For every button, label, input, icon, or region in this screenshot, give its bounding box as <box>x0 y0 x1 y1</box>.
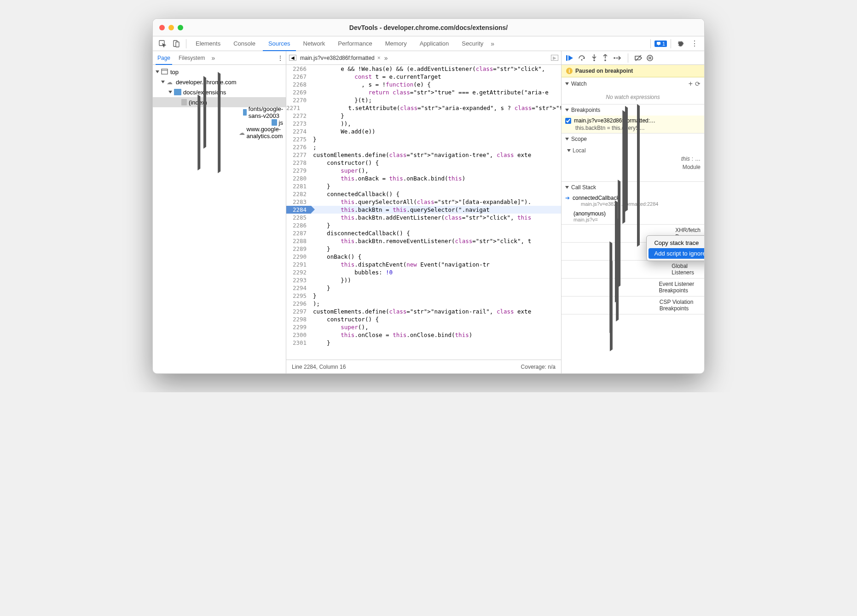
code-line[interactable]: 2287 disconnectedCallback() { <box>286 229 561 237</box>
breakpoints-section-header[interactable]: Breakpoints <box>562 105 704 116</box>
more-editor-tabs-icon[interactable]: » <box>384 54 388 62</box>
code-line[interactable]: 2286 } <box>286 221 561 229</box>
issues-badge[interactable]: 1 <box>654 41 667 47</box>
code-line[interactable]: 2273 )), <box>286 120 561 128</box>
subtab-filesystem[interactable]: Filesystem <box>177 51 207 65</box>
pause-exceptions-icon[interactable] <box>647 55 653 61</box>
close-tab-icon[interactable]: × <box>377 55 381 61</box>
code-line[interactable]: 2293 })) <box>286 276 561 284</box>
code-line[interactable]: 2294 } <box>286 284 561 292</box>
code-line[interactable]: 2299 super(), <box>286 323 561 331</box>
more-subtabs-icon[interactable]: » <box>211 54 215 62</box>
code-line[interactable]: 2276; <box>286 143 561 151</box>
info-icon: i <box>566 68 573 74</box>
tab-sources[interactable]: Sources <box>263 36 296 51</box>
callstack-frame[interactable]: ➔ connectedCallbackmain.js?v=e382d…forma… <box>562 193 704 209</box>
code-line[interactable]: 2270 }(t); <box>286 96 561 104</box>
nav-fwd-icon[interactable]: ▶ <box>551 55 558 61</box>
callstack-section-header[interactable]: Call Stack <box>562 182 704 193</box>
step-into-icon[interactable] <box>591 54 597 62</box>
code-line[interactable]: 2292 bubbles: !0 <box>286 268 561 276</box>
code-line[interactable]: 2272 } <box>286 112 561 120</box>
code-line[interactable]: 2275} <box>286 135 561 143</box>
elb-section-header[interactable]: Event Listener Breakpoints <box>562 279 704 296</box>
code-line[interactable]: 2277customElements.define(class="str">"n… <box>286 151 561 159</box>
debugger-toolbar <box>562 51 704 65</box>
tab-network[interactable]: Network <box>298 36 331 51</box>
navigator-kebab-icon[interactable]: ⋮ <box>278 55 283 61</box>
code-line[interactable]: 2298 constructor() { <box>286 315 561 323</box>
step-out-icon[interactable] <box>602 54 608 62</box>
code-line[interactable]: 2296); <box>286 300 561 308</box>
close-icon[interactable] <box>159 25 165 30</box>
subtab-page[interactable]: Page <box>156 51 172 65</box>
code-line[interactable]: 2300 this.onClose = this.onClose.bind(th… <box>286 331 561 339</box>
code-line[interactable]: 2289 } <box>286 245 561 253</box>
tab-elements[interactable]: Elements <box>190 36 226 51</box>
context-menu: Copy stack trace Add script to ignore li… <box>646 235 705 261</box>
code-line[interactable]: 2271 t.setAttribute(class="str">"aria-ex… <box>286 104 561 112</box>
code-line[interactable]: 2301 } <box>286 339 561 347</box>
code-line[interactable]: 2285 this.backBtn.addEventListener(class… <box>286 214 561 221</box>
deactivate-breakpoints-icon[interactable] <box>635 55 642 61</box>
tab-security[interactable]: Security <box>456 36 489 51</box>
maximize-icon[interactable] <box>178 25 183 30</box>
svg-rect-6 <box>566 55 567 61</box>
folder-icon <box>243 109 247 116</box>
code-line[interactable]: 2283 this.querySelectorAll(class="str">"… <box>286 198 561 206</box>
coverage-status: Coverage: n/a <box>521 364 556 370</box>
code-line[interactable]: 2290 onBack() { <box>286 253 561 261</box>
editor-tab[interactable]: main.js?v=e382d86f:formatted× <box>300 55 381 61</box>
code-line[interactable]: 2288 this.backBtn.removeEventListener(cl… <box>286 237 561 245</box>
device-icon[interactable] <box>170 38 182 50</box>
code-line[interactable]: 2279 super(), <box>286 167 561 174</box>
traffic-lights <box>159 25 183 30</box>
add-watch-icon[interactable]: + <box>689 80 693 88</box>
step-icon[interactable] <box>613 55 621 61</box>
tab-performance[interactable]: Performance <box>332 36 377 51</box>
refresh-watch-icon[interactable]: ⟳ <box>695 80 701 87</box>
csp-section-header[interactable]: CSP Violation Breakpoints <box>562 296 704 314</box>
svg-rect-2 <box>176 42 179 47</box>
gl-section-header[interactable]: Global Listeners <box>562 261 704 278</box>
minimize-icon[interactable] <box>168 25 174 30</box>
gear-icon[interactable] <box>675 38 687 50</box>
tab-console[interactable]: Console <box>228 36 261 51</box>
code-area[interactable]: 2266 e && !We.has(e) && (e.addEventListe… <box>286 65 561 360</box>
code-line[interactable]: 2268 , s = !function(e) { <box>286 81 561 88</box>
inspect-icon[interactable] <box>156 38 168 50</box>
tab-application[interactable]: Application <box>414 36 455 51</box>
titlebar: DevTools - developer.chrome.com/docs/ext… <box>153 19 704 36</box>
code-line[interactable]: 2282 connectedCallback() { <box>286 190 561 198</box>
devtools-window: DevTools - developer.chrome.com/docs/ext… <box>152 18 705 374</box>
svg-point-12 <box>647 55 653 61</box>
code-line[interactable]: 2297customElements.define(class="str">"n… <box>286 308 561 315</box>
scope-section-header[interactable]: Scope <box>562 134 704 145</box>
callstack-frame[interactable]: (anonymous)main.js?v= <box>562 209 704 224</box>
more-tabs-icon[interactable]: » <box>491 40 494 47</box>
code-line[interactable]: 2291 this.dispatchEvent(new Event("navig… <box>286 261 561 268</box>
code-line[interactable]: 2269 return class="str">"true" === e.get… <box>286 88 561 96</box>
ctx-copy-stack[interactable]: Copy stack trace <box>649 238 705 248</box>
kebab-icon[interactable]: ⋮ <box>689 38 701 50</box>
svg-rect-4 <box>162 69 168 74</box>
step-over-icon[interactable] <box>578 55 586 61</box>
watch-section-header[interactable]: Watch+⟳ <box>562 77 704 90</box>
breakpoint-checkbox[interactable] <box>565 118 571 124</box>
nav-back-icon[interactable]: ◀ <box>289 55 296 61</box>
code-line[interactable]: 2295} <box>286 292 561 300</box>
code-line[interactable]: 2267 const t = e.currentTarget <box>286 73 561 81</box>
ctx-ignore-list[interactable]: Add script to ignore list <box>649 248 705 259</box>
tab-memory[interactable]: Memory <box>380 36 412 51</box>
cursor-position: Line 2284, Column 16 <box>292 364 346 370</box>
code-line[interactable]: 2281 } <box>286 182 561 190</box>
code-line[interactable]: 2266 e && !We.has(e) && (e.addEventListe… <box>286 65 561 73</box>
resume-icon[interactable] <box>566 55 573 61</box>
code-line[interactable]: 2284 this.backBtn = this.querySelector("… <box>286 206 561 214</box>
code-line[interactable]: 2274 We.add(e)) <box>286 128 561 135</box>
code-line[interactable]: 2280 this.onBack = this.onBack.bind(this… <box>286 174 561 182</box>
cloud-icon: ☁ <box>239 129 245 136</box>
code-line[interactable]: 2278 constructor() { <box>286 159 561 167</box>
breakpoint-item[interactable]: main.js?v=e382d86f:formatted:… this.back… <box>562 116 704 133</box>
window-title: DevTools - developer.chrome.com/docs/ext… <box>183 24 674 31</box>
